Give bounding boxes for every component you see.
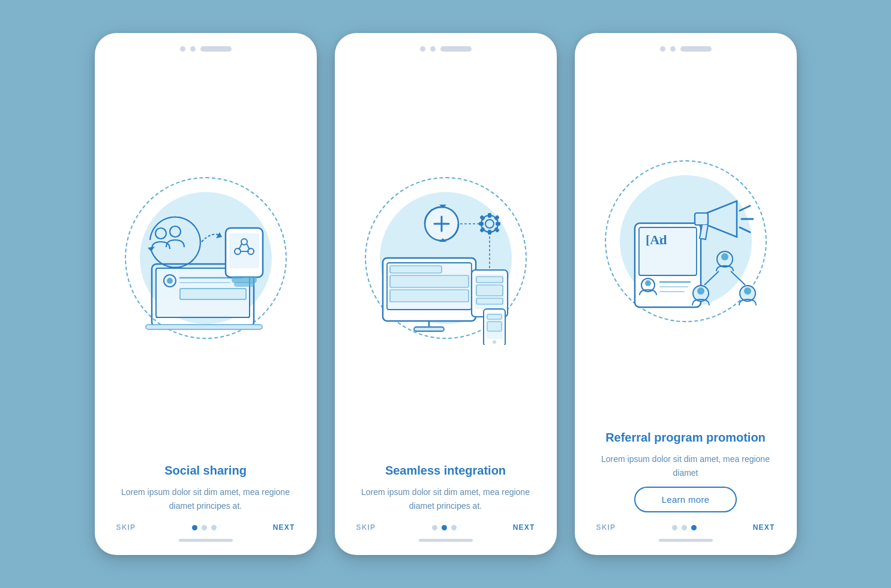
phone-screen-seamless-integration: Seamless integration Lorem ipsum dolor s… [335,33,557,555]
svg-text:]: ] [659,236,662,245]
svg-rect-26 [390,266,442,273]
screen-description-1: Lorem ipsum dolor sit dim amet, mea regi… [116,485,295,512]
bottom-nav-2: SKIP NEXT [352,520,540,532]
bottom-nav-1: SKIP NEXT [112,520,300,532]
status-bar-1 [112,44,300,52]
learn-more-button[interactable]: Learn more [634,487,737,512]
svg-point-63 [645,280,651,286]
svg-rect-52 [479,215,485,221]
illustration-referral: [Ad ] [592,58,780,425]
status-dot-4 [430,46,436,52]
bottom-nav-3: SKIP NEXT [592,520,780,532]
status-bar-2 [352,44,540,52]
next-button-2[interactable]: NEXT [513,523,535,532]
svg-rect-55 [494,227,500,233]
screen-description-3: Lorem ipsum dolor sit dim amet, mea regi… [596,452,775,479]
text-section-2: Seamless integration Lorem ipsum dolor s… [352,463,540,512]
svg-point-79 [744,287,751,295]
svg-line-69 [740,206,750,211]
svg-line-75 [731,271,745,285]
svg-rect-8 [146,325,262,329]
dot-1-1 [192,525,197,530]
screen-title-1: Social sharing [116,463,295,478]
svg-rect-34 [476,285,503,296]
status-bar-3 [592,44,780,52]
svg-point-3 [167,278,173,284]
dot-3-2 [682,525,687,530]
home-bar-1 [179,539,233,542]
screens-container: Social sharing Lorem ipsum dolor sit dim… [71,9,821,579]
svg-rect-51 [496,222,500,226]
svg-point-73 [721,253,728,260]
status-dot-3 [420,46,425,52]
status-dot-5 [660,46,665,52]
svg-point-19 [145,215,191,261]
screen-description-2: Lorem ipsum dolor sit dim amet, mea regi… [356,485,535,512]
text-section-3: Referral program promotion Lorem ipsum d… [592,430,780,479]
svg-rect-18 [234,282,254,287]
next-button-3[interactable]: NEXT [753,523,775,532]
screen-title-2: Seamless integration [356,463,535,478]
svg-point-77 [697,287,704,295]
status-dot-1 [180,46,185,52]
dot-2-2 [442,525,447,530]
phone-screen-referral: [Ad ] [575,33,797,555]
screen-title-3: Referral program promotion [596,430,775,445]
dots-2 [432,525,457,530]
dot-1-2 [202,525,207,530]
svg-rect-68 [695,213,708,225]
svg-point-40 [493,340,496,344]
dot-3-1 [672,525,677,530]
svg-rect-39 [487,322,502,331]
dot-2-1 [432,525,437,530]
status-dot-6 [670,46,676,52]
text-section-1: Social sharing Lorem ipsum dolor sit dim… [112,463,300,512]
svg-line-74 [704,271,719,285]
social-sharing-svg [119,171,293,345]
svg-line-71 [740,227,750,232]
svg-rect-30 [414,327,444,331]
dots-1 [192,525,217,530]
status-pill-2 [440,46,472,52]
status-pill-3 [680,46,712,52]
seamless-svg [359,171,533,345]
svg-text:[Ad: [Ad [646,232,667,247]
dot-2-3 [451,525,457,530]
svg-rect-6 [180,289,246,299]
svg-rect-38 [487,314,502,319]
next-button-1[interactable]: NEXT [273,523,295,532]
skip-button-2[interactable]: SKIP [356,523,376,532]
home-bar-3 [659,539,713,542]
svg-rect-28 [390,290,469,302]
dot-1-3 [211,525,217,530]
dot-3-3 [691,525,697,530]
status-dot-2 [190,46,196,52]
svg-rect-53 [494,215,500,221]
svg-rect-48 [488,213,491,218]
svg-rect-54 [479,227,485,233]
illustration-seamless [352,58,540,458]
status-pill-1 [200,46,232,52]
illustration-social-sharing [112,58,300,458]
svg-rect-33 [476,277,503,283]
svg-marker-23 [216,232,222,238]
svg-point-47 [485,220,494,228]
phone-screen-social-sharing: Social sharing Lorem ipsum dolor sit dim… [95,33,317,555]
svg-rect-27 [390,275,469,287]
svg-rect-35 [476,298,503,304]
home-bar-2 [419,539,473,542]
referral-svg: [Ad ] [599,154,773,328]
dots-3 [672,525,697,530]
svg-marker-67 [707,201,737,237]
skip-button-3[interactable]: SKIP [596,523,616,532]
skip-button-1[interactable]: SKIP [116,523,136,532]
